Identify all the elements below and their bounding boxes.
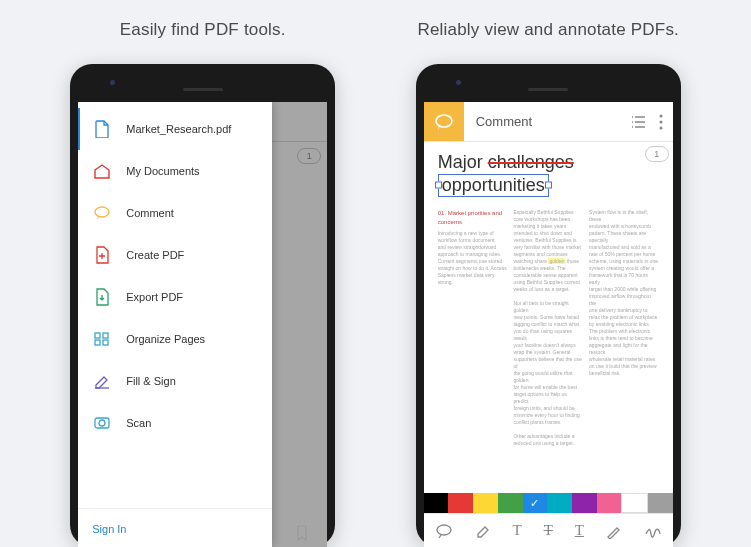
body-text: System flow is in the shelf, theseendowe… xyxy=(589,209,659,377)
fill-sign-icon xyxy=(92,371,112,391)
drawer-item-label: My Documents xyxy=(126,165,199,177)
export-pdf-icon xyxy=(92,287,112,307)
doc-column-1: 01. Market priorities and concerns Intro… xyxy=(438,209,508,447)
left-caption: Easily find PDF tools. xyxy=(120,20,286,40)
drawer-item-label: Market_Research.pdf xyxy=(126,123,231,135)
left-column: Easily find PDF tools. 1 Market_Research… xyxy=(37,20,369,547)
right-column: Reliably view and annotate PDFs. Comment xyxy=(382,20,714,547)
checkmark-icon: ✓ xyxy=(530,497,539,510)
heading-text: Major xyxy=(438,152,488,172)
svg-point-7 xyxy=(436,115,452,127)
strikethrough-annotation[interactable]: challenges xyxy=(488,152,574,172)
section-heading: 01. Market priorities and concerns xyxy=(438,209,508,226)
comment-mode-button[interactable] xyxy=(424,102,464,141)
drawer-item-label: Create PDF xyxy=(126,249,184,261)
phone-speaker xyxy=(183,88,223,91)
underline-tool-icon[interactable]: T xyxy=(575,522,584,539)
home-icon xyxy=(92,161,112,181)
phone-camera xyxy=(110,80,115,85)
strikethrough-tool-icon[interactable]: T xyxy=(544,522,553,539)
svg-rect-3 xyxy=(95,340,100,345)
drawer-footer: Sign In xyxy=(78,508,272,547)
svg-rect-2 xyxy=(103,333,108,338)
drawer-item-create-pdf[interactable]: Create PDF xyxy=(78,234,272,276)
svg-point-8 xyxy=(659,114,662,117)
color-swatch-yellow[interactable] xyxy=(473,493,498,513)
color-picker: ✓ xyxy=(424,493,673,513)
body-text: Introducing a new type ofworkflow forms … xyxy=(438,230,508,286)
phone-screen-right: Comment 1 Major challenges oppor xyxy=(424,102,673,547)
phone-frame-right: Comment 1 Major challenges oppor xyxy=(416,64,681,547)
drawer-item-label: Scan xyxy=(126,417,151,429)
svg-rect-1 xyxy=(95,333,100,338)
document-heading: Major challenges opportunities xyxy=(430,148,667,203)
phone-frame-left: 1 Market_Research.pdf xyxy=(70,64,335,547)
drawer-item-comment[interactable]: Comment xyxy=(78,192,272,234)
svg-rect-4 xyxy=(103,340,108,345)
document-viewport[interactable]: 1 Major challenges opportunities 01. Mar… xyxy=(424,142,673,493)
sign-in-link[interactable]: Sign In xyxy=(92,523,126,535)
toolbar-title: Comment xyxy=(464,114,631,129)
drawer-item-label: Organize Pages xyxy=(126,333,205,345)
note-tool-icon[interactable] xyxy=(435,523,453,539)
comment-icon xyxy=(92,203,112,223)
comment-toolbar: Comment xyxy=(424,102,673,142)
svg-point-10 xyxy=(659,126,662,129)
doc-column-3: System flow is in the shelf, theseendowe… xyxy=(589,209,659,447)
color-swatch-white[interactable] xyxy=(621,493,648,513)
organize-pages-icon xyxy=(92,329,112,349)
phone-speaker xyxy=(528,88,568,91)
highlight-annotation[interactable]: golden xyxy=(548,258,565,264)
app-showcase: Easily find PDF tools. 1 Market_Research… xyxy=(0,0,751,547)
page-badge: 1 xyxy=(645,146,669,162)
color-swatch-green[interactable] xyxy=(498,493,523,513)
annotation-toolbar: T T T xyxy=(424,513,673,547)
drawer-item-label: Export PDF xyxy=(126,291,183,303)
drawer-item-scan[interactable]: Scan xyxy=(78,402,272,444)
text-box-annotation[interactable]: opportunities xyxy=(438,174,549,198)
color-swatch-gray[interactable] xyxy=(648,493,673,513)
svg-point-9 xyxy=(659,120,662,123)
more-menu-icon[interactable] xyxy=(659,114,663,130)
body-text: Especially Bethful Suppliescore workshop… xyxy=(513,209,583,447)
drawer-item-label: Comment xyxy=(126,207,174,219)
svg-point-6 xyxy=(99,420,105,426)
draw-tool-icon[interactable] xyxy=(606,523,622,539)
color-swatch-blue[interactable]: ✓ xyxy=(523,493,548,513)
document-body: 01. Market priorities and concerns Intro… xyxy=(430,203,667,453)
signature-tool-icon[interactable] xyxy=(644,524,662,538)
color-swatch-purple[interactable] xyxy=(572,493,597,513)
list-view-icon[interactable] xyxy=(631,115,647,129)
doc-column-2: Especially Bethful Suppliescore workshop… xyxy=(513,209,583,447)
drawer-item-organize-pages[interactable]: Organize Pages xyxy=(78,318,272,360)
file-icon xyxy=(92,119,112,139)
navigation-drawer: Market_Research.pdf My Documents xyxy=(78,102,272,547)
color-swatch-red[interactable] xyxy=(448,493,473,513)
phone-camera xyxy=(456,80,461,85)
color-swatch-black[interactable] xyxy=(424,493,449,513)
color-swatch-cyan[interactable] xyxy=(547,493,572,513)
text-tool-icon[interactable]: T xyxy=(513,522,522,539)
color-swatch-pink[interactable] xyxy=(597,493,622,513)
drawer-item-label: Fill & Sign xyxy=(126,375,176,387)
drawer-list: Market_Research.pdf My Documents xyxy=(78,102,272,508)
create-pdf-icon xyxy=(92,245,112,265)
drawer-item-current-file[interactable]: Market_Research.pdf xyxy=(78,108,272,150)
drawer-item-my-documents[interactable]: My Documents xyxy=(78,150,272,192)
phone-screen-left: 1 Market_Research.pdf xyxy=(78,102,327,547)
drawer-item-export-pdf[interactable]: Export PDF xyxy=(78,276,272,318)
drawer-item-fill-sign[interactable]: Fill & Sign xyxy=(78,360,272,402)
scan-icon xyxy=(92,413,112,433)
svg-point-0 xyxy=(95,207,109,217)
right-caption: Reliably view and annotate PDFs. xyxy=(417,20,679,40)
highlight-tool-icon[interactable] xyxy=(475,523,491,539)
svg-point-11 xyxy=(437,525,451,535)
bookmark-icon[interactable] xyxy=(295,525,309,541)
